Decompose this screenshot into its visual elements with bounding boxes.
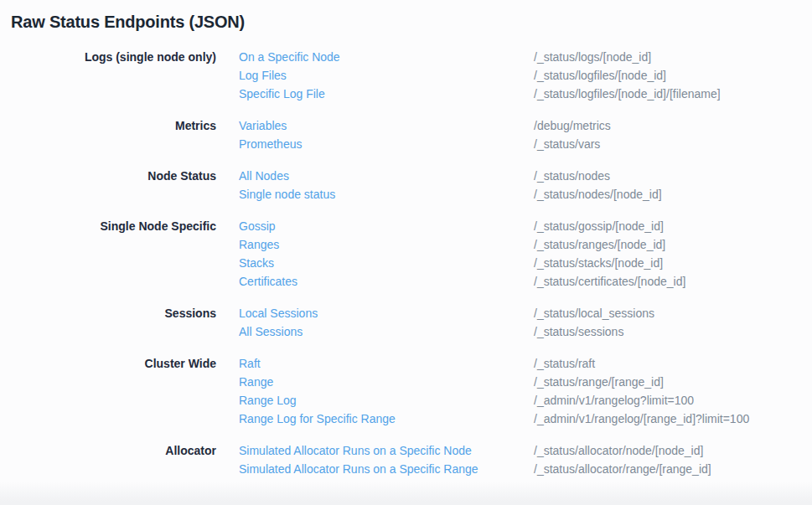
endpoint-row: Local Sessions /_status/local_sessions <box>239 304 654 322</box>
endpoint-link[interactable]: On a Specific Node <box>239 48 534 66</box>
endpoint-group: Sessions Local Sessions /_status/local_s… <box>0 304 812 341</box>
endpoint-link[interactable]: All Nodes <box>239 167 534 185</box>
endpoint-row: Range Log /_admin/v1/rangelog?limit=100 <box>239 391 749 410</box>
endpoint-group: Logs (single node only) On a Specific No… <box>0 48 812 103</box>
endpoint-link[interactable]: Log Files <box>239 66 534 85</box>
endpoint-row: Stacks /_status/stacks/[node_id] <box>239 254 685 272</box>
endpoint-path: /_status/sessions <box>534 322 623 341</box>
endpoint-path: /_status/stacks/[node_id] <box>534 254 663 272</box>
endpoint-link[interactable]: Specific Log File <box>239 85 534 103</box>
endpoint-row: Raft /_status/raft <box>239 354 749 373</box>
endpoint-link[interactable]: All Sessions <box>239 322 534 341</box>
endpoint-path: /_status/local_sessions <box>534 304 654 322</box>
endpoint-row: Certificates /_status/certificates/[node… <box>239 272 685 291</box>
endpoint-group: Metrics Variables /debug/metrics Prometh… <box>0 116 812 153</box>
group-category-label: Node Status <box>0 167 216 185</box>
group-category-label: Single Node Specific <box>0 217 216 235</box>
endpoint-path: /debug/metrics <box>534 116 611 135</box>
endpoint-row: Variables /debug/metrics <box>239 116 611 135</box>
group-category-label: Allocator <box>0 441 216 460</box>
endpoint-link[interactable]: Local Sessions <box>239 304 534 322</box>
endpoint-row: Range /_status/range/[range_id] <box>239 373 749 391</box>
endpoint-row: All Nodes /_status/nodes <box>239 167 662 185</box>
group-category-label: Cluster Wide <box>0 354 216 373</box>
group-entries: Simulated Allocator Runs on a Specific N… <box>239 441 711 478</box>
endpoint-path: /_status/allocator/node/[node_id] <box>534 441 703 460</box>
page-footer-band <box>0 482 812 505</box>
endpoint-group: Single Node Specific Gossip /_status/gos… <box>0 217 812 291</box>
endpoint-link[interactable]: Prometheus <box>239 135 534 153</box>
endpoint-row: Gossip /_status/gossip/[node_id] <box>239 217 685 235</box>
group-category-label: Sessions <box>0 304 216 322</box>
group-category-label: Metrics <box>0 116 216 135</box>
endpoint-row: Simulated Allocator Runs on a Specific N… <box>239 441 711 460</box>
endpoint-link[interactable]: Stacks <box>239 254 534 272</box>
endpoint-groups: Logs (single node only) On a Specific No… <box>0 48 812 478</box>
group-entries: Raft /_status/raft Range /_status/range/… <box>239 354 749 428</box>
group-entries: Gossip /_status/gossip/[node_id] Ranges … <box>239 217 685 291</box>
endpoint-link[interactable]: Certificates <box>239 272 534 291</box>
endpoint-row: Specific Log File /_status/logfiles/[nod… <box>239 85 721 103</box>
endpoint-link[interactable]: Simulated Allocator Runs on a Specific R… <box>239 460 534 478</box>
endpoint-group: Cluster Wide Raft /_status/raft Range /_… <box>0 354 812 428</box>
group-entries: All Nodes /_status/nodes Single node sta… <box>239 167 662 204</box>
group-entries: Variables /debug/metrics Prometheus /_st… <box>239 116 611 153</box>
group-entries: Local Sessions /_status/local_sessions A… <box>239 304 654 341</box>
endpoint-link[interactable]: Simulated Allocator Runs on a Specific N… <box>239 441 534 460</box>
endpoint-path: /_status/vars <box>534 135 600 153</box>
endpoint-link[interactable]: Range Log for Specific Range <box>239 410 534 428</box>
endpoint-link[interactable]: Range Log <box>239 391 534 410</box>
endpoint-row: Log Files /_status/logfiles/[node_id] <box>239 66 721 85</box>
endpoint-group: Allocator Simulated Allocator Runs on a … <box>0 441 812 478</box>
endpoint-path: /_status/allocator/range/[range_id] <box>534 460 711 478</box>
endpoint-group: Node Status All Nodes /_status/nodes Sin… <box>0 167 812 204</box>
endpoint-link[interactable]: Ranges <box>239 235 534 254</box>
endpoint-path: /_status/raft <box>534 354 595 373</box>
endpoint-link[interactable]: Variables <box>239 116 534 135</box>
endpoint-link[interactable]: Range <box>239 373 534 391</box>
endpoint-path: /_status/certificates/[node_id] <box>534 272 685 291</box>
endpoint-path: /_status/logfiles/[node_id] <box>534 66 666 85</box>
endpoint-path: /_admin/v1/rangelog?limit=100 <box>534 391 694 410</box>
group-category-label: Logs (single node only) <box>0 48 216 66</box>
group-entries: On a Specific Node /_status/logs/[node_i… <box>239 48 721 103</box>
endpoint-row: On a Specific Node /_status/logs/[node_i… <box>239 48 721 66</box>
endpoint-path: /_status/range/[range_id] <box>534 373 664 391</box>
endpoint-row: Prometheus /_status/vars <box>239 135 611 153</box>
endpoint-row: Single node status /_status/nodes/[node_… <box>239 185 662 204</box>
endpoint-link[interactable]: Gossip <box>239 217 534 235</box>
raw-status-endpoints-page: Raw Status Endpoints (JSON) Logs (single… <box>0 0 812 478</box>
endpoint-path: /_status/ranges/[node_id] <box>534 235 665 254</box>
endpoint-path: /_status/nodes/[node_id] <box>534 185 662 204</box>
endpoint-link[interactable]: Single node status <box>239 185 534 204</box>
endpoint-row: All Sessions /_status/sessions <box>239 322 654 341</box>
endpoint-row: Ranges /_status/ranges/[node_id] <box>239 235 685 254</box>
endpoint-link[interactable]: Raft <box>239 354 534 373</box>
endpoint-path: /_status/logfiles/[node_id]/[filename] <box>534 85 721 103</box>
endpoint-path: /_status/gossip/[node_id] <box>534 217 664 235</box>
endpoint-row: Simulated Allocator Runs on a Specific R… <box>239 460 711 478</box>
page-title: Raw Status Endpoints (JSON) <box>11 13 812 32</box>
endpoint-path: /_status/logs/[node_id] <box>534 48 651 66</box>
endpoint-row: Range Log for Specific Range /_admin/v1/… <box>239 410 749 428</box>
endpoint-path: /_status/nodes <box>534 167 610 185</box>
endpoint-path: /_admin/v1/rangelog/[range_id]?limit=100 <box>534 410 749 428</box>
